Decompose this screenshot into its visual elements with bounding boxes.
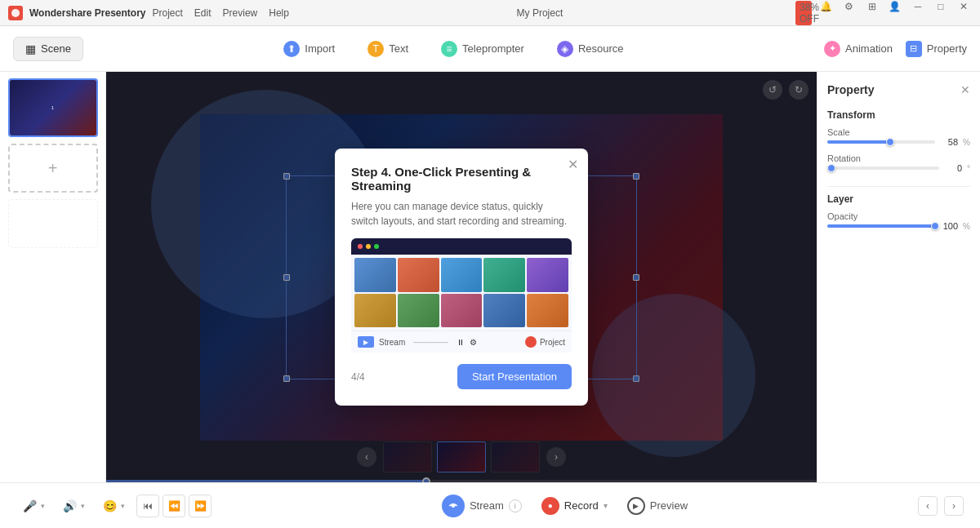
import-tool[interactable]: ⬆ Import — [283, 41, 335, 57]
volume-icon: 🔊 — [61, 498, 78, 514]
user-icon[interactable]: 👤 — [887, 1, 903, 25]
menu-preview[interactable]: Preview — [223, 7, 258, 19]
modal-bottom: 4/4 Start Presentation — [351, 364, 572, 389]
face-chevron: ▾ — [121, 502, 125, 510]
preview-label: Preview — [650, 499, 688, 512]
animation-label: Animation — [845, 42, 893, 55]
teleprompter-tool[interactable]: ≡ Teleprompter — [441, 41, 524, 57]
opacity-control: 100 % — [827, 221, 970, 231]
toolbar: ▦ Scene ⬆ Import T Text ≡ Teleprompter ◈… — [0, 26, 980, 72]
modal-stream-icon: ▶ — [358, 336, 374, 348]
panel-close-button[interactable]: ✕ — [960, 83, 970, 96]
thumb-4 — [483, 258, 525, 292]
opacity-fill — [827, 224, 935, 228]
thumb-1 — [354, 258, 396, 292]
canvas-area[interactable]: ↺ ↻ ‹ › ✕ Step 4. One-Click Presenting &… — [106, 72, 817, 482]
animation-icon: ✦ — [824, 41, 840, 57]
menu-help[interactable]: Help — [269, 7, 289, 19]
rotation-thumb[interactable] — [827, 164, 835, 172]
thumb-9 — [483, 294, 525, 328]
bottom-center-actions: Stream i ● Record ▾ ▶ Preview — [442, 495, 688, 517]
start-presentation-button[interactable]: Start Presentation — [457, 364, 572, 389]
mic-chevron: ▾ — [41, 502, 45, 510]
modal-image: ▶ Stream ────── ⏸ ⚙ Project — [351, 238, 572, 353]
collapse-button[interactable]: ‹ — [918, 496, 938, 516]
stream-icon — [442, 495, 465, 517]
close-button[interactable]: ✕ — [956, 1, 972, 25]
text-icon: T — [368, 41, 384, 57]
off-badge: 38% OFF — [795, 1, 812, 25]
grid-icon[interactable]: ⊞ — [864, 1, 880, 25]
stream-info-icon[interactable]: i — [509, 499, 522, 512]
modal-image-toolbar — [351, 238, 572, 255]
modal-stream-label: Stream — [379, 338, 405, 347]
opacity-slider[interactable] — [827, 224, 935, 228]
layer-label: Layer — [827, 193, 970, 205]
modal-settings-icon: ⚙ — [470, 338, 477, 347]
scale-slider[interactable] — [827, 140, 935, 144]
maximize-button[interactable]: □ — [933, 1, 949, 25]
toolbar-right: ✦ Animation ⊟ Property — [824, 41, 967, 57]
skip-back-button[interactable]: ⏮ — [136, 495, 159, 517]
slide-thumbnail-1[interactable]: 1 — [8, 78, 98, 137]
slides-sidebar: 1 + — [0, 72, 106, 482]
transform-section: Transform Scale 58 % Rotation 0 ° — [827, 109, 970, 173]
preview-button[interactable]: ▶ Preview — [627, 497, 688, 515]
face-tool[interactable]: 😊 ▾ — [96, 495, 130, 517]
microphone-tool[interactable]: 🎤 ▾ — [16, 495, 50, 517]
titlebar: Wondershare Presentory Project Edit Prev… — [0, 0, 980, 26]
rotation-control: 0 ° — [827, 163, 970, 173]
panel-header: Property ✕ — [827, 83, 970, 96]
opacity-thumb[interactable] — [931, 222, 939, 230]
menu-edit[interactable]: Edit — [194, 7, 212, 19]
volume-tool[interactable]: 🔊 ▾ — [56, 495, 90, 517]
modal-footer-row: ▶ Stream ────── ⏸ ⚙ Project — [351, 331, 572, 353]
property-tool[interactable]: ⊟ Property — [906, 41, 967, 57]
import-label: Import — [305, 42, 335, 55]
notifications-icon[interactable]: 🔔 — [818, 1, 835, 25]
scale-unit: % — [963, 138, 970, 147]
minimize-button[interactable]: ─ — [910, 1, 926, 25]
record-button[interactable]: ● Record ▾ — [541, 497, 608, 515]
thumb-3 — [441, 258, 483, 292]
rotation-slider[interactable] — [827, 166, 939, 170]
divider-1 — [827, 186, 970, 187]
modal-close-button[interactable]: ✕ — [568, 157, 578, 172]
vol-chevron: ▾ — [81, 502, 85, 510]
property-panel: Property ✕ Transform Scale 58 % Rotation — [817, 72, 980, 482]
scale-value: 58 — [940, 137, 958, 147]
bottom-bar: 🎤 ▾ 🔊 ▾ 😊 ▾ ⏮ ⏪ ⏩ Stream i ● Record ▾ — [0, 482, 980, 528]
dot-red — [358, 244, 363, 249]
slide-placeholder — [8, 199, 98, 248]
face-icon: 😊 — [101, 498, 118, 514]
opacity-value: 100 — [940, 221, 958, 231]
thumb-2 — [398, 258, 439, 292]
stream-button[interactable]: Stream i — [442, 495, 522, 517]
window-controls: 38% OFF 🔔 ⚙ ⊞ 👤 ─ □ ✕ — [791, 1, 972, 25]
import-icon: ⬆ — [283, 41, 300, 57]
scale-thumb[interactable] — [886, 138, 894, 146]
app-name: Wondershare Presentory — [29, 7, 146, 19]
expand-button[interactable]: › — [944, 496, 964, 516]
modal-title: Step 4. One-Click Presenting & Streaming — [351, 165, 572, 193]
scene-button[interactable]: ▦ Scene — [13, 37, 83, 61]
bottom-right-tools: ‹ › — [918, 496, 964, 516]
settings-icon[interactable]: ⚙ — [841, 1, 858, 25]
toolbar-center: ⬆ Import T Text ≡ Teleprompter ◈ Resourc… — [83, 41, 824, 57]
modal-record-icon — [525, 336, 537, 348]
menu-project[interactable]: Project — [153, 7, 183, 19]
modal-record-label: Project — [540, 338, 565, 347]
dot-green — [374, 244, 379, 249]
step-back-button[interactable]: ⏪ — [163, 495, 185, 517]
text-tool[interactable]: T Text — [368, 41, 408, 57]
animation-tool[interactable]: ✦ Animation — [824, 41, 893, 57]
step-forward-button[interactable]: ⏩ — [189, 495, 212, 517]
preview-icon: ▶ — [627, 497, 645, 515]
record-icon: ● — [541, 497, 559, 515]
add-slide-button[interactable]: + — [8, 144, 98, 193]
resource-icon: ◈ — [557, 41, 573, 57]
panel-title: Property — [827, 83, 875, 96]
record-chevron[interactable]: ▾ — [604, 501, 608, 510]
modal-pause-icon: ⏸ — [457, 338, 465, 347]
resource-tool[interactable]: ◈ Resource — [557, 41, 624, 57]
